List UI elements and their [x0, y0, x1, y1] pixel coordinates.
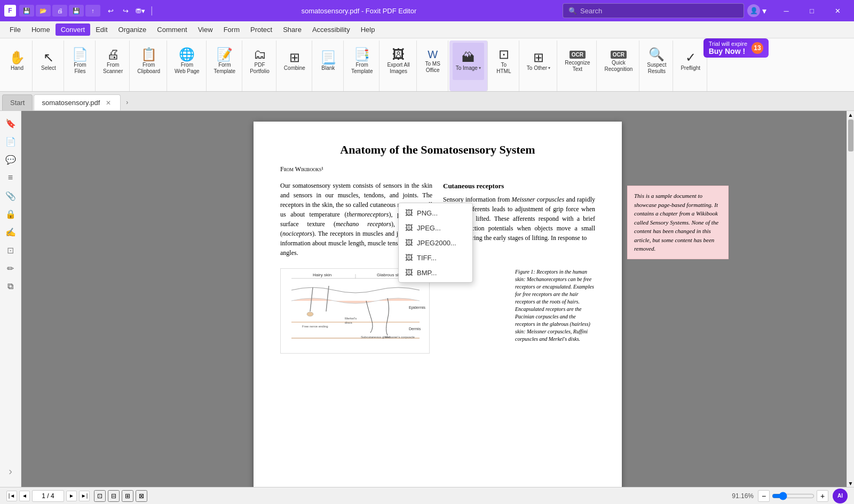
menu-home[interactable]: Home: [26, 23, 56, 36]
sidebar-security[interactable]: 🔒: [3, 206, 19, 222]
menu-edit[interactable]: Edit: [90, 23, 113, 36]
ribbon-group-from-template: 📑 FromTemplate: [345, 41, 380, 91]
sidebar-layers[interactable]: ≡: [3, 170, 19, 186]
menu-accessibility[interactable]: Accessibility: [307, 23, 355, 36]
two-page-view[interactable]: ⊞: [122, 490, 133, 502]
dropdown-png[interactable]: 🖼 PNG...: [399, 205, 472, 220]
user-dropdown[interactable]: ▾: [762, 6, 766, 16]
menu-convert[interactable]: Convert: [56, 23, 91, 36]
menu-protect[interactable]: Protect: [245, 23, 278, 36]
ribbon-group-to-ms-office: W To MSOffice: [418, 41, 448, 91]
dropdown-jpeg2000[interactable]: 🖼 JPEG2000...: [399, 235, 472, 250]
preflight-icon: ✓: [685, 51, 696, 64]
zoom-slider[interactable]: [772, 492, 815, 500]
two-page-continuous-view[interactable]: ⊠: [136, 490, 147, 502]
minimize-button[interactable]: ─: [774, 0, 798, 21]
quick-recognition-button[interactable]: OCR QuickRecognition: [601, 43, 636, 80]
blank-button[interactable]: 📃 Blank: [317, 43, 340, 80]
pdf-page: Anatomy of the Somatosensory System From…: [254, 122, 622, 487]
trial-banner[interactable]: Trial will expire Buy Now ! 13: [703, 38, 769, 58]
left-sidebar: 🔖 📄 💬 ≡ 📎 🔒 ✍ ⊡ ✏ ⧉ ›: [0, 111, 21, 487]
single-page-view[interactable]: ⊡: [94, 490, 106, 502]
sidebar-bookmark[interactable]: 🔖: [3, 115, 19, 131]
close-button[interactable]: ✕: [825, 0, 850, 21]
to-other-button[interactable]: ⊞ To Other ▾: [524, 43, 553, 80]
tab-somatosensory[interactable]: somatosensory.pdf ✕: [34, 94, 121, 110]
select-icon: ↖: [43, 51, 54, 64]
undo-button[interactable]: ↩: [104, 5, 117, 17]
page-input[interactable]: [32, 490, 64, 502]
from-scanner-button[interactable]: 🖨 FromScanner: [100, 43, 126, 80]
sidebar-attachments[interactable]: 📎: [3, 188, 19, 204]
sidebar-organize[interactable]: ✏: [3, 260, 19, 276]
tab-close-button[interactable]: ✕: [104, 99, 113, 107]
zoom-in-button[interactable]: +: [817, 490, 828, 502]
user-avatar[interactable]: 👤: [747, 4, 760, 17]
menu-view[interactable]: View: [193, 23, 218, 36]
hand-tool-button[interactable]: ✋ Hand: [5, 43, 29, 80]
svg-text:discs: discs: [345, 321, 352, 324]
menu-share[interactable]: Share: [278, 23, 307, 36]
from-template-button[interactable]: 📑 FromTemplate: [348, 43, 376, 80]
sidebar-comments[interactable]: 💬: [3, 151, 19, 167]
combine-button[interactable]: ⊞ Combine: [281, 43, 309, 80]
trial-line2: Buy Now !: [709, 47, 747, 55]
to-ms-office-button[interactable]: W To MSOffice: [421, 43, 445, 80]
figure-caption: Figure 1: Receptors in the human skin: M…: [515, 268, 595, 343]
ribbon-group-ocr: OCR RecognizeText: [558, 41, 597, 91]
form-template-button[interactable]: 📝 FormTemplate: [211, 43, 239, 80]
tab-start-label: Start: [10, 99, 25, 107]
redo-button[interactable]: ↪: [118, 5, 132, 17]
select-tool-button[interactable]: ↖ Select: [37, 43, 60, 80]
from-clipboard-button[interactable]: 📋 FromClipboard: [134, 43, 163, 80]
dropdown-bmp[interactable]: 🖼 BMP...: [399, 265, 472, 280]
zoom-out-button[interactable]: −: [758, 490, 770, 502]
search-bar[interactable]: 🔍 Search: [563, 3, 744, 18]
preflight-button[interactable]: ✓ Preflight: [677, 43, 703, 80]
scroll-up-button[interactable]: ▲: [847, 111, 855, 118]
menu-form[interactable]: Form: [218, 23, 245, 36]
save-button[interactable]: 💾: [19, 5, 34, 17]
sidebar-collapse[interactable]: ›: [9, 465, 12, 483]
recognize-text-button[interactable]: OCR RecognizeText: [562, 43, 593, 80]
scroll-thumb[interactable]: [848, 119, 853, 151]
dropdown-jpeg[interactable]: 🖼 JPEG...: [399, 220, 472, 235]
document-area: Anatomy of the Somatosensory System From…: [21, 111, 854, 487]
ai-assistant-button[interactable]: AI: [833, 489, 848, 503]
dropdown-jpeg-label: JPEG...: [417, 224, 441, 232]
sidebar-content-editor[interactable]: ⊡: [3, 242, 19, 258]
menu-help[interactable]: Help: [355, 23, 381, 36]
ribbon-group-combine: ⊞ Combine: [278, 41, 312, 91]
dropdown-tiff[interactable]: 🖼 TIFF...: [399, 250, 472, 265]
sidebar-pages[interactable]: 📄: [3, 133, 19, 149]
suspect-results-button[interactable]: 🔍 SuspectResults: [644, 43, 669, 80]
menu-organize[interactable]: Organize: [113, 23, 152, 36]
svg-line-6: [326, 286, 329, 311]
menu-file[interactable]: File: [4, 23, 26, 36]
svg-point-5: [307, 312, 313, 316]
scroll-down-button[interactable]: ▼: [847, 479, 855, 487]
open-button[interactable]: 📂: [36, 5, 51, 17]
pdf-portfolio-button[interactable]: 🗂 PDFPortfolio: [247, 43, 273, 80]
menu-comment[interactable]: Comment: [152, 23, 192, 36]
sidebar-signatures[interactable]: ✍: [3, 224, 19, 240]
share-button[interactable]: ↑: [85, 5, 100, 17]
next-page-button[interactable]: ►: [66, 491, 77, 501]
last-page-button[interactable]: ►|: [79, 491, 90, 501]
maximize-button[interactable]: □: [800, 0, 824, 21]
from-files-button[interactable]: 📄 FromFiles: [68, 43, 92, 80]
prev-page-button[interactable]: ◄: [19, 491, 30, 501]
print-button[interactable]: 🖨: [52, 5, 67, 17]
options-dropdown[interactable]: ⛃▾: [133, 5, 147, 17]
continuous-view[interactable]: ⊟: [108, 490, 120, 502]
save-as-button[interactable]: 💾: [69, 5, 84, 17]
vertical-scrollbar[interactable]: ▲ ▼: [847, 111, 854, 487]
tab-scroll-right[interactable]: ›: [121, 94, 133, 110]
from-webpage-button[interactable]: 🌐 FromWeb Page: [171, 43, 203, 80]
to-html-button[interactable]: ⊡ ToHTML: [492, 43, 516, 80]
tab-start[interactable]: Start: [2, 94, 33, 110]
first-page-button[interactable]: |◄: [6, 491, 17, 501]
to-image-button[interactable]: 🏔 To Image ▾: [453, 43, 484, 80]
export-all-images-button[interactable]: 🖼 Export AllImages: [384, 43, 413, 80]
sidebar-copy[interactable]: ⧉: [3, 278, 19, 294]
